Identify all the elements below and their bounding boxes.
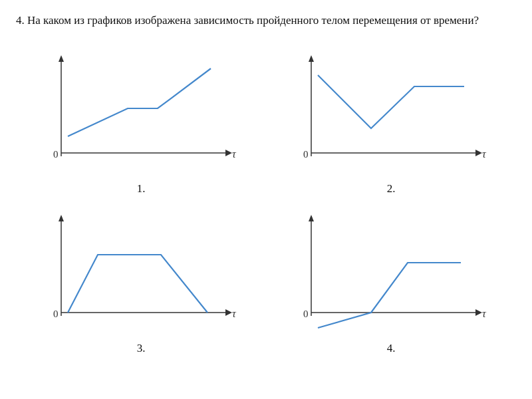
question-text: 4. На каком из графиков изображена завис… (16, 12, 516, 29)
graph-label-4: 4. (387, 342, 396, 355)
svg-text:τ: τ (482, 308, 487, 319)
page: 4. На каком из графиков изображена завис… (0, 0, 532, 399)
graph-label-1: 1. (137, 182, 146, 196)
graph-4: 0 τ (285, 209, 497, 339)
graph-cell-4: 0 τ 4. (266, 197, 516, 356)
svg-marker-15 (225, 309, 232, 316)
svg-marker-1 (59, 55, 64, 62)
svg-text:τ: τ (232, 148, 237, 160)
svg-text:0: 0 (303, 309, 309, 319)
svg-text:0: 0 (303, 149, 309, 160)
graph-label-3: 3. (137, 342, 146, 355)
svg-text:τ: τ (482, 148, 487, 160)
graph-1: 0 τ (35, 50, 247, 180)
svg-text:τ: τ (232, 308, 237, 319)
svg-text:0: 0 (53, 309, 59, 319)
svg-marker-13 (59, 215, 64, 221)
svg-marker-3 (225, 150, 232, 156)
graph-cell-1: 0 τ 1. (16, 37, 266, 197)
svg-marker-7 (309, 55, 314, 62)
graph-cell-3: 0 τ 3. (16, 197, 266, 356)
svg-marker-21 (475, 309, 482, 316)
svg-text:0: 0 (53, 149, 59, 160)
graph-2: 0 τ (285, 50, 497, 180)
graph-cell-2: 0 τ 2. (266, 37, 516, 197)
svg-marker-9 (475, 150, 482, 156)
svg-marker-19 (309, 215, 314, 221)
graph-3: 0 τ (35, 209, 247, 339)
graph-label-2: 2. (387, 182, 396, 196)
graphs-grid: 0 τ 1. 0 τ (16, 37, 516, 356)
